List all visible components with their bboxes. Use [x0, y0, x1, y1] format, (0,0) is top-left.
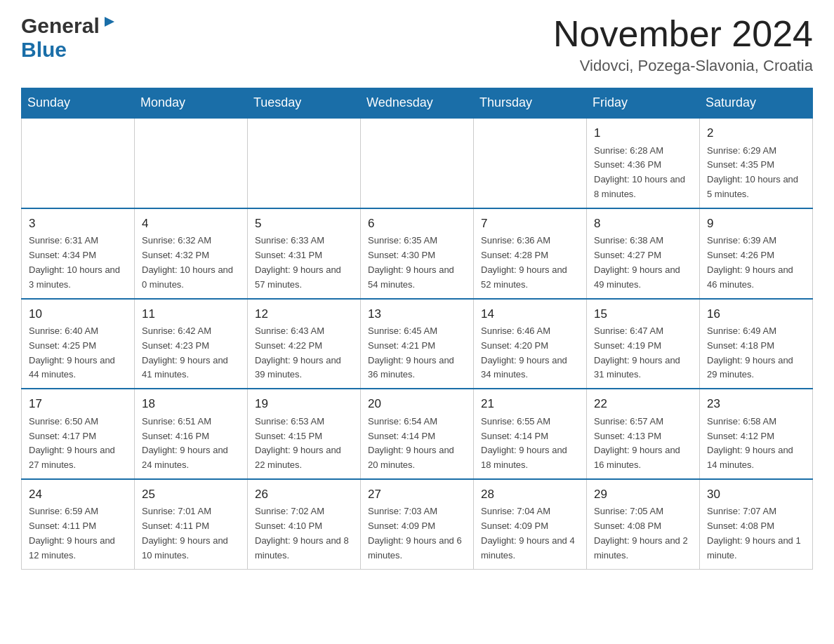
day-cell: 18Sunrise: 6:51 AM Sunset: 4:16 PM Dayli… [135, 389, 248, 479]
week-row-5: 24Sunrise: 6:59 AM Sunset: 4:11 PM Dayli… [22, 479, 813, 569]
day-info: Sunrise: 6:29 AM Sunset: 4:35 PM Dayligh… [707, 144, 805, 202]
day-cell: 5Sunrise: 6:33 AM Sunset: 4:31 PM Daylig… [248, 208, 361, 299]
day-cell: 2Sunrise: 6:29 AM Sunset: 4:35 PM Daylig… [700, 118, 813, 208]
day-cell: 22Sunrise: 6:57 AM Sunset: 4:13 PM Dayli… [587, 389, 700, 479]
logo-arrow-icon [102, 14, 117, 32]
day-cell: 25Sunrise: 7:01 AM Sunset: 4:11 PM Dayli… [135, 479, 248, 569]
day-number: 19 [255, 395, 353, 413]
day-info: Sunrise: 6:49 AM Sunset: 4:18 PM Dayligh… [707, 324, 805, 382]
day-cell: 4Sunrise: 6:32 AM Sunset: 4:32 PM Daylig… [135, 208, 248, 299]
day-cell: 16Sunrise: 6:49 AM Sunset: 4:18 PM Dayli… [700, 299, 813, 389]
day-info: Sunrise: 7:04 AM Sunset: 4:09 PM Dayligh… [481, 504, 579, 563]
day-cell: 19Sunrise: 6:53 AM Sunset: 4:15 PM Dayli… [248, 389, 361, 479]
day-info: Sunrise: 6:47 AM Sunset: 4:19 PM Dayligh… [594, 324, 692, 382]
day-info: Sunrise: 6:32 AM Sunset: 4:32 PM Dayligh… [142, 234, 240, 292]
day-cell [248, 118, 361, 208]
svg-marker-0 [105, 17, 114, 27]
day-info: Sunrise: 6:46 AM Sunset: 4:20 PM Dayligh… [481, 324, 579, 382]
day-info: Sunrise: 7:07 AM Sunset: 4:08 PM Dayligh… [707, 504, 805, 563]
day-info: Sunrise: 6:38 AM Sunset: 4:27 PM Dayligh… [594, 234, 692, 292]
day-number: 26 [255, 485, 353, 504]
day-cell: 1Sunrise: 6:28 AM Sunset: 4:36 PM Daylig… [587, 118, 700, 208]
day-info: Sunrise: 7:05 AM Sunset: 4:08 PM Dayligh… [594, 504, 692, 563]
day-number: 8 [594, 215, 692, 233]
day-info: Sunrise: 7:02 AM Sunset: 4:10 PM Dayligh… [255, 504, 353, 563]
day-cell: 21Sunrise: 6:55 AM Sunset: 4:14 PM Dayli… [474, 389, 587, 479]
day-number: 21 [481, 395, 579, 413]
day-info: Sunrise: 6:33 AM Sunset: 4:31 PM Dayligh… [255, 234, 353, 292]
day-number: 30 [707, 485, 805, 504]
day-cell [135, 118, 248, 208]
title-area: November 2024 Vidovci, Pozega-Slavonia, … [553, 14, 813, 75]
day-cell: 3Sunrise: 6:31 AM Sunset: 4:34 PM Daylig… [22, 208, 135, 299]
day-info: Sunrise: 6:28 AM Sunset: 4:36 PM Dayligh… [594, 144, 692, 202]
day-number: 14 [481, 305, 579, 323]
day-cell: 12Sunrise: 6:43 AM Sunset: 4:22 PM Dayli… [248, 299, 361, 389]
week-row-1: 1Sunrise: 6:28 AM Sunset: 4:36 PM Daylig… [22, 118, 813, 208]
day-cell: 9Sunrise: 6:39 AM Sunset: 4:26 PM Daylig… [700, 208, 813, 299]
day-info: Sunrise: 7:01 AM Sunset: 4:11 PM Dayligh… [142, 504, 240, 563]
day-cell: 23Sunrise: 6:58 AM Sunset: 4:12 PM Dayli… [700, 389, 813, 479]
day-number: 10 [29, 305, 127, 323]
day-cell [22, 118, 135, 208]
column-header-monday: Monday [135, 88, 248, 119]
day-number: 11 [142, 305, 240, 323]
day-cell: 15Sunrise: 6:47 AM Sunset: 4:19 PM Dayli… [587, 299, 700, 389]
week-row-4: 17Sunrise: 6:50 AM Sunset: 4:17 PM Dayli… [22, 389, 813, 479]
day-cell: 28Sunrise: 7:04 AM Sunset: 4:09 PM Dayli… [474, 479, 587, 569]
day-info: Sunrise: 6:57 AM Sunset: 4:13 PM Dayligh… [594, 415, 692, 473]
logo-blue-text: Blue [21, 38, 67, 61]
day-cell: 26Sunrise: 7:02 AM Sunset: 4:10 PM Dayli… [248, 479, 361, 569]
day-info: Sunrise: 6:36 AM Sunset: 4:28 PM Dayligh… [481, 234, 579, 292]
day-number: 5 [255, 215, 353, 233]
day-cell [361, 118, 474, 208]
day-info: Sunrise: 6:43 AM Sunset: 4:22 PM Dayligh… [255, 324, 353, 382]
day-cell: 11Sunrise: 6:42 AM Sunset: 4:23 PM Dayli… [135, 299, 248, 389]
column-header-wednesday: Wednesday [361, 88, 474, 119]
day-number: 25 [142, 485, 240, 504]
calendar-header-row: SundayMondayTuesdayWednesdayThursdayFrid… [22, 88, 813, 119]
day-cell: 10Sunrise: 6:40 AM Sunset: 4:25 PM Dayli… [22, 299, 135, 389]
day-number: 7 [481, 215, 579, 233]
day-number: 3 [29, 215, 127, 233]
day-cell: 7Sunrise: 6:36 AM Sunset: 4:28 PM Daylig… [474, 208, 587, 299]
day-number: 16 [707, 305, 805, 323]
day-info: Sunrise: 6:40 AM Sunset: 4:25 PM Dayligh… [29, 324, 127, 382]
day-info: Sunrise: 6:53 AM Sunset: 4:15 PM Dayligh… [255, 415, 353, 473]
day-cell: 30Sunrise: 7:07 AM Sunset: 4:08 PM Dayli… [700, 479, 813, 569]
day-info: Sunrise: 7:03 AM Sunset: 4:09 PM Dayligh… [368, 504, 466, 563]
day-number: 22 [594, 395, 692, 413]
day-number: 29 [594, 485, 692, 504]
day-number: 23 [707, 395, 805, 413]
day-info: Sunrise: 6:55 AM Sunset: 4:14 PM Dayligh… [481, 415, 579, 473]
day-number: 15 [594, 305, 692, 323]
day-number: 4 [142, 215, 240, 233]
day-info: Sunrise: 6:50 AM Sunset: 4:17 PM Dayligh… [29, 415, 127, 473]
day-number: 18 [142, 395, 240, 413]
week-row-3: 10Sunrise: 6:40 AM Sunset: 4:25 PM Dayli… [22, 299, 813, 389]
calendar-table: SundayMondayTuesdayWednesdayThursdayFrid… [21, 88, 813, 569]
day-number: 27 [368, 485, 466, 504]
day-info: Sunrise: 6:42 AM Sunset: 4:23 PM Dayligh… [142, 324, 240, 382]
day-number: 6 [368, 215, 466, 233]
day-info: Sunrise: 6:31 AM Sunset: 4:34 PM Dayligh… [29, 234, 127, 292]
day-cell: 17Sunrise: 6:50 AM Sunset: 4:17 PM Dayli… [22, 389, 135, 479]
column-header-saturday: Saturday [700, 88, 813, 119]
day-cell: 8Sunrise: 6:38 AM Sunset: 4:27 PM Daylig… [587, 208, 700, 299]
day-number: 9 [707, 215, 805, 233]
day-number: 1 [594, 124, 692, 142]
day-number: 13 [368, 305, 466, 323]
day-info: Sunrise: 6:45 AM Sunset: 4:21 PM Dayligh… [368, 324, 466, 382]
column-header-friday: Friday [587, 88, 700, 119]
day-number: 28 [481, 485, 579, 504]
column-header-tuesday: Tuesday [248, 88, 361, 119]
day-cell: 14Sunrise: 6:46 AM Sunset: 4:20 PM Dayli… [474, 299, 587, 389]
day-info: Sunrise: 6:54 AM Sunset: 4:14 PM Dayligh… [368, 415, 466, 473]
day-cell: 13Sunrise: 6:45 AM Sunset: 4:21 PM Dayli… [361, 299, 474, 389]
logo-general-text: General [21, 14, 100, 38]
day-info: Sunrise: 6:58 AM Sunset: 4:12 PM Dayligh… [707, 415, 805, 473]
day-number: 12 [255, 305, 353, 323]
week-row-2: 3Sunrise: 6:31 AM Sunset: 4:34 PM Daylig… [22, 208, 813, 299]
month-year-title: November 2024 [553, 14, 813, 54]
day-number: 24 [29, 485, 127, 504]
